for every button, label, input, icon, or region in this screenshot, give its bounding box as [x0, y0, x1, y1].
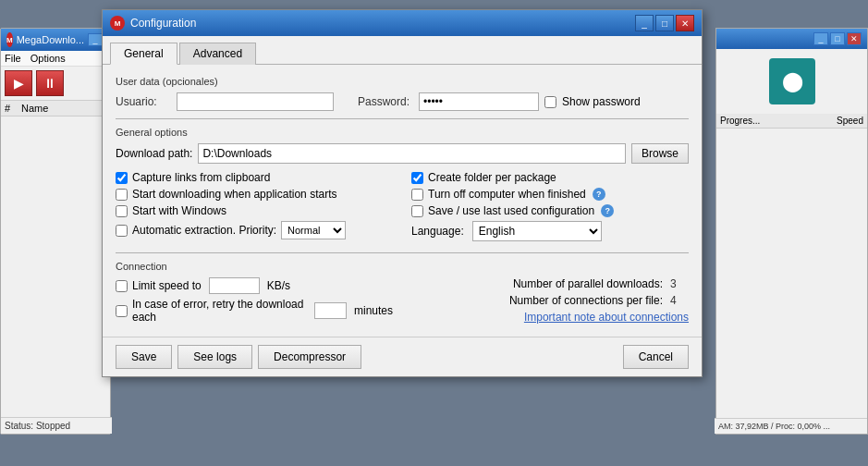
start-downloading-checkbox[interactable]: [116, 189, 128, 201]
right-panel: _ □ ✕ ⬤ Progres... Speed AM: 37,92MB / P…: [715, 28, 868, 435]
start-windows-checkbox[interactable]: [116, 205, 128, 217]
dialog-maximize-btn[interactable]: □: [655, 15, 674, 31]
capture-links-checkbox[interactable]: [116, 172, 128, 184]
options-col-right: Create folder per package Turn off compu…: [411, 171, 689, 245]
turn-off-checkbox[interactable]: [411, 189, 423, 201]
retry-checkbox[interactable]: [116, 305, 128, 317]
connection-col-left: Limit speed to KB/s In case of error, re…: [116, 277, 393, 327]
parallel-downloads-label: Number of parallel downloads:: [513, 277, 663, 290]
dialog-minimize-btn[interactable]: _: [635, 15, 654, 31]
bg-menu-options[interactable]: Options: [31, 53, 66, 64]
status-text: Status: Stopped: [5, 421, 70, 431]
right-col-progress: Progres...: [720, 116, 760, 126]
capture-links-row: Capture links from clipboard: [116, 171, 393, 184]
download-path-label: Download path:: [116, 147, 192, 160]
parallel-downloads-value: 3: [670, 277, 689, 290]
connections-per-file-value: 4: [670, 294, 689, 307]
cancel-button[interactable]: Cancel: [623, 345, 689, 369]
dialog-body: User data (opcionales) Usuario: Password…: [103, 65, 702, 337]
bg-window-titlebar: M MegaDownlo... _ □ ✕: [1, 29, 110, 51]
save-button[interactable]: Save: [116, 345, 172, 369]
start-with-windows-row: Start with Windows: [116, 204, 393, 217]
user-data-fields: Usuario: Password: Show password: [116, 92, 689, 111]
mega-icon-large: ⬤: [769, 58, 815, 104]
browse-button[interactable]: Browse: [631, 143, 689, 164]
download-path-input[interactable]: [198, 143, 626, 164]
download-path-row: Download path: Browse: [116, 143, 689, 164]
priority-select[interactable]: Normal: [281, 221, 346, 239]
right-panel-controls: _ □ ✕: [813, 32, 862, 45]
password-input[interactable]: [419, 92, 539, 111]
play-button[interactable]: ▶: [5, 70, 32, 96]
auto-extract-row: Automatic extraction. Priority: Normal: [116, 221, 393, 239]
see-logs-button[interactable]: See logs: [177, 345, 252, 369]
connections-per-file-row: Number of connections per file: 4: [411, 294, 689, 307]
mega-logo-small: M: [6, 32, 13, 47]
important-note-link[interactable]: Important note about connections: [524, 311, 689, 324]
right-minimize-btn[interactable]: _: [813, 32, 828, 45]
general-options-section-label: General options: [116, 127, 689, 138]
create-folder-checkbox[interactable]: [411, 172, 423, 184]
dialog-close-btn[interactable]: ✕: [676, 15, 694, 31]
start-downloading-label: Start downloading when application start…: [132, 188, 336, 201]
dialog-titlebar: M Configuration _ □ ✕: [103, 10, 702, 36]
right-close-btn[interactable]: ✕: [847, 32, 862, 45]
bg-minimize-btn[interactable]: _: [88, 33, 103, 46]
connection-section-label: Connection: [116, 261, 689, 272]
save-config-checkbox[interactable]: [411, 205, 423, 217]
bg-menu-file[interactable]: File: [5, 53, 21, 64]
auto-extract-checkbox[interactable]: [116, 225, 128, 237]
limit-speed-label: Limit speed to: [132, 279, 202, 292]
bg-window-title-text: MegaDownlo...: [17, 34, 84, 45]
turn-off-help-badge[interactable]: ?: [593, 188, 605, 201]
parallel-downloads-row: Number of parallel downloads: 3: [411, 277, 689, 290]
user-data-section-label: User data (opcionales): [116, 76, 689, 87]
divider-1: [116, 118, 689, 119]
config-dialog: M Configuration _ □ ✕ General Advanced U…: [102, 9, 703, 377]
right-status-text: AM: 37,92MB / Proc: 0,00% ...: [718, 422, 830, 431]
divider-2: [116, 252, 689, 253]
tab-advanced[interactable]: Advanced: [179, 43, 256, 65]
decompressor-button[interactable]: Decompressor: [258, 345, 361, 369]
dialog-logo: M: [110, 16, 125, 31]
right-col-speed: Speed: [837, 116, 863, 126]
create-folder-row: Create folder per package: [411, 171, 689, 184]
dialog-title: Configuration: [130, 17, 630, 30]
save-config-label: Save / use last used configuration: [428, 204, 594, 217]
right-maximize-btn[interactable]: □: [830, 32, 845, 45]
status-bar: Status: Stopped: [1, 417, 112, 434]
tab-general[interactable]: General: [110, 43, 177, 65]
show-password-label: Show password: [562, 95, 641, 108]
language-select[interactable]: English Spanish French German: [472, 221, 602, 241]
save-config-row: Save / use last used configuration ?: [411, 204, 689, 217]
col-name: Name: [21, 103, 48, 114]
turn-off-label: Turn off computer when finished: [428, 188, 586, 201]
connection-columns: Limit speed to KB/s In case of error, re…: [116, 277, 689, 327]
dialog-window-controls: _ □ ✕: [635, 15, 694, 31]
bg-left-window: M MegaDownlo... _ □ ✕ File Options ▶ ⏸ #…: [0, 28, 111, 435]
retry-label: In case of error, retry the download eac…: [132, 298, 307, 324]
limit-speed-checkbox[interactable]: [116, 280, 128, 292]
usuario-label: Usuario:: [116, 95, 171, 108]
tab-bar: General Advanced: [103, 36, 702, 65]
limit-speed-unit: KB/s: [267, 279, 290, 292]
pause-button[interactable]: ⏸: [36, 70, 64, 96]
retry-unit: minutes: [354, 304, 393, 317]
bg-menu-bar: File Options: [1, 51, 110, 67]
capture-links-label: Capture links from clipboard: [132, 171, 270, 184]
create-folder-label: Create folder per package: [428, 171, 556, 184]
show-password-checkbox[interactable]: [544, 96, 556, 108]
language-label: Language:: [411, 225, 464, 238]
password-label: Password:: [358, 95, 413, 108]
usuario-input[interactable]: [177, 92, 334, 111]
mega-icon-symbol: ⬤: [782, 70, 802, 92]
retry-input[interactable]: [314, 302, 347, 319]
bg-toolbar: ▶ ⏸: [1, 67, 110, 101]
bg-table-header: # Name: [1, 101, 110, 116]
connection-col-right: Number of parallel downloads: 3 Number o…: [411, 277, 689, 327]
important-link-row: Important note about connections: [411, 311, 689, 324]
limit-speed-input[interactable]: [209, 277, 260, 294]
col-hash: #: [5, 103, 21, 114]
save-config-help-badge[interactable]: ?: [601, 204, 614, 217]
dialog-footer: Save See logs Decompressor Cancel: [103, 337, 702, 376]
